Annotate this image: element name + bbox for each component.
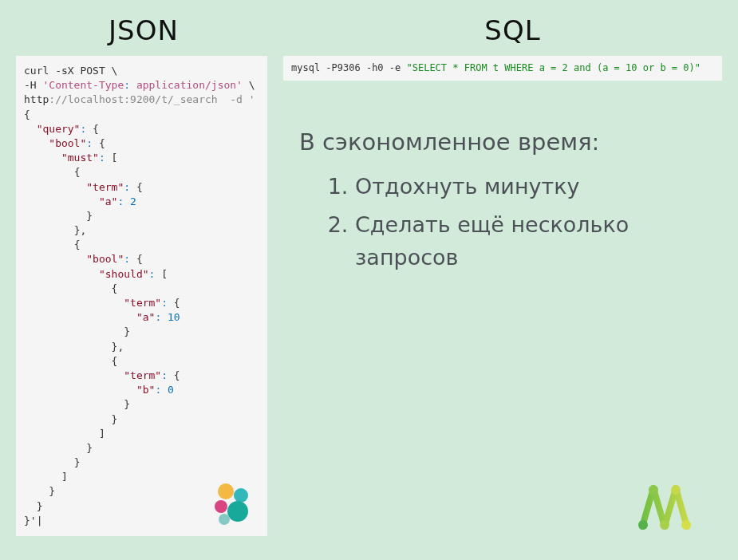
list-item: Сделать ещё несколько запросов [355,208,722,280]
brace: } [37,500,43,512]
cursor: | [37,515,43,526]
colon: : [99,152,105,164]
key: "bool" [86,253,124,265]
brace: } [49,485,55,497]
code-tail: }' [24,515,37,526]
brace: { [74,166,81,178]
json-header: JSON [0,0,287,46]
sql-string: "SELECT * FROM t WHERE a = 2 and (a = 10… [407,62,701,73]
value: 0 [168,384,174,396]
colon: : [161,369,168,381]
code-frag: mysql -P9306 -h0 -e [291,62,407,73]
svg-point-7 [660,520,669,530]
value: 10 [168,311,180,323]
brace: } [86,442,93,454]
svg-point-2 [215,500,227,513]
bracket: [ [161,268,168,280]
saved-time-block: В сэкономленное время: Отдохнуть минутку… [283,128,722,280]
brace: { [93,123,99,135]
brace: { [24,108,30,120]
brace: } [112,413,118,425]
left-column: curl -sX POST \ -H 'Content-Type: applic… [16,56,267,536]
comma: , [117,341,124,353]
code-frag: -H [24,79,42,91]
code-frag: http [24,93,49,105]
colon: : [149,268,156,280]
json-code-block: curl -sX POST \ -H 'Content-Type: applic… [16,56,267,536]
right-column: mysql -P9306 -h0 -e "SELECT * FROM t WHE… [283,56,722,536]
svg-point-6 [649,485,658,495]
bracket: ] [61,471,68,483]
brace: { [174,297,180,309]
colon: : [155,311,161,323]
key: "query" [37,123,81,135]
svg-point-9 [681,520,691,530]
colon: : [124,253,130,265]
sql-code-block: mysql -P9306 -h0 -e "SELECT * FROM t WHE… [283,56,722,81]
code-frag: 'Content-Type [42,79,124,91]
svg-point-1 [234,488,248,503]
svg-point-4 [219,514,230,525]
key: "term" [124,297,161,309]
key: "should" [99,268,149,280]
key: "a" [99,195,117,207]
colon: : [80,123,86,135]
manticore-logo-icon [633,480,697,530]
svg-point-3 [227,501,248,522]
brace: { [174,369,180,381]
svg-point-8 [671,485,681,495]
bracket: [ [112,152,118,164]
key: "a" [136,311,155,323]
brace: } [124,398,130,410]
brace: } [124,325,130,337]
colon: : [124,181,130,193]
colon: : [161,297,168,309]
colon: : [155,384,161,396]
code-frag: application/json' [130,79,243,91]
bracket: ] [99,428,105,440]
brace: { [136,181,143,193]
elastic-logo-icon [208,480,256,528]
brace: { [112,282,118,294]
key: "term" [86,181,124,193]
code-frag: \ [243,79,255,91]
brace: } [86,210,93,222]
brace: { [136,253,143,265]
sql-header: SQL [287,0,738,46]
key: "term" [124,369,161,381]
comma: , [80,224,86,236]
svg-point-0 [218,483,234,499]
code-frag: : [124,79,130,91]
key: "b" [136,384,155,396]
key: "bool" [49,137,86,149]
brace: { [74,239,81,250]
brace: } [74,456,81,468]
svg-point-5 [638,520,648,530]
brace: { [112,355,118,367]
brace: { [99,137,105,149]
list-item: Отдохнуть минутку [355,170,722,208]
code-frag: ://localhost:9200/t/_search -d ' [49,93,255,105]
colon: : [86,137,93,149]
colon: : [117,195,124,207]
key: "must" [61,152,99,164]
value: 2 [130,195,136,207]
saved-title: В сэкономленное время: [299,128,722,156]
code-line: curl -sX POST \ [24,65,117,77]
